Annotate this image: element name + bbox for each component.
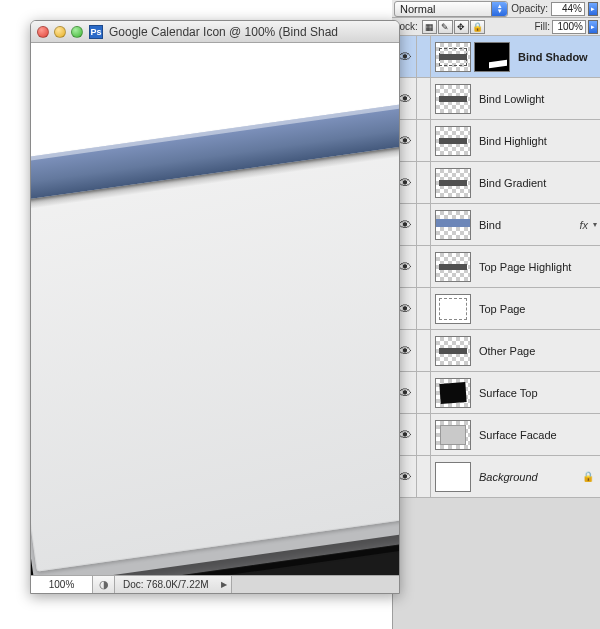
layer-name[interactable]: Bind Lowlight	[471, 93, 600, 105]
lock-icon: 🔒	[582, 471, 600, 482]
link-col	[417, 414, 431, 455]
layer-row[interactable]: 👁 Top Page Highlight	[393, 246, 600, 288]
status-menu-icon[interactable]: ▶	[217, 580, 231, 589]
layer-thumb[interactable]	[435, 210, 471, 240]
link-col	[417, 456, 431, 497]
layers-panel: 👁 Bind Shadow 👁 Bind Lowlight 👁 Bind Hig…	[392, 36, 600, 629]
fx-badge[interactable]: fx	[579, 219, 590, 231]
link-col	[417, 78, 431, 119]
link-col	[417, 120, 431, 161]
layer-name[interactable]: Top Page Highlight	[471, 261, 600, 273]
layer-thumb[interactable]	[435, 252, 471, 282]
link-col	[417, 162, 431, 203]
zoom-field[interactable]: 100%	[31, 576, 93, 593]
layer-thumb[interactable]	[435, 336, 471, 366]
layer-thumb[interactable]	[435, 420, 471, 450]
layer-row[interactable]: 👁 Bind Lowlight	[393, 78, 600, 120]
scroll-track[interactable]	[231, 576, 399, 593]
status-bar: 100% ◑ Doc: 768.0K/7.22M ▶	[31, 575, 399, 593]
lock-fill-bar: Lock: ▦ ✎ ✥ 🔒 Fill: 100% ▸	[392, 18, 600, 36]
layer-name[interactable]: Background	[471, 471, 582, 483]
layer-row[interactable]: 👁 Other Page	[393, 330, 600, 372]
layer-row[interactable]: 👁 Bind Gradient	[393, 162, 600, 204]
fx-expand-icon[interactable]: ▾	[590, 220, 600, 229]
link-col	[417, 288, 431, 329]
fill-input[interactable]: 100%	[552, 20, 586, 34]
layer-name[interactable]: Other Page	[471, 345, 600, 357]
link-col	[417, 36, 431, 77]
opacity-value: 44%	[562, 3, 582, 14]
artwork	[31, 52, 399, 575]
lock-all-button[interactable]: 🔒	[470, 20, 485, 34]
opacity-input[interactable]: 44%	[551, 2, 585, 16]
layer-thumb[interactable]	[435, 294, 471, 324]
lock-position-button[interactable]: ✥	[454, 20, 469, 34]
updown-icon: ▲▼	[491, 2, 507, 16]
layer-name[interactable]: Surface Top	[471, 387, 600, 399]
close-button[interactable]	[37, 26, 49, 38]
minimize-button[interactable]	[54, 26, 66, 38]
layer-name[interactable]: Bind Highlight	[471, 135, 600, 147]
blend-mode-value: Normal	[400, 3, 435, 15]
layer-row[interactable]: 👁 Bind Shadow	[393, 36, 600, 78]
document-window: Ps Google Calendar Icon @ 100% (Bind Sha…	[30, 20, 400, 594]
titlebar[interactable]: Ps Google Calendar Icon @ 100% (Bind Sha…	[31, 21, 399, 43]
link-col	[417, 372, 431, 413]
layer-name[interactable]: Surface Facade	[471, 429, 600, 441]
layer-name[interactable]: Bind Gradient	[471, 177, 600, 189]
zoom-value: 100%	[49, 579, 75, 590]
layer-thumb[interactable]	[435, 126, 471, 156]
layer-name[interactable]: Bind Shadow	[510, 51, 600, 63]
layer-row[interactable]: 👁 Surface Facade	[393, 414, 600, 456]
layer-options-bar: Normal ▲▼ Opacity: 44% ▸	[392, 0, 600, 18]
layer-row[interactable]: 👁 Bind fx ▾	[393, 204, 600, 246]
lock-transparency-button[interactable]: ▦	[422, 20, 437, 34]
status-preview-icon[interactable]: ◑	[93, 576, 115, 593]
lock-pixels-button[interactable]: ✎	[438, 20, 453, 34]
window-title: Google Calendar Icon @ 100% (Bind Shad	[109, 25, 338, 39]
fill-value: 100%	[557, 21, 583, 32]
link-col	[417, 330, 431, 371]
opacity-label: Opacity:	[511, 3, 548, 14]
layer-thumb[interactable]	[435, 462, 471, 492]
zoom-button[interactable]	[71, 26, 83, 38]
canvas[interactable]	[31, 43, 399, 575]
mask-thumb[interactable]	[474, 42, 510, 72]
layer-name[interactable]: Bind	[471, 219, 579, 231]
link-col	[417, 246, 431, 287]
layer-thumb[interactable]	[435, 168, 471, 198]
layer-row[interactable]: 👁 Surface Top	[393, 372, 600, 414]
link-col	[417, 204, 431, 245]
layer-row[interactable]: 👁 Background 🔒	[393, 456, 600, 498]
blend-mode-select[interactable]: Normal ▲▼	[394, 1, 508, 17]
layer-row[interactable]: 👁 Bind Highlight	[393, 120, 600, 162]
layer-name[interactable]: Top Page	[471, 303, 600, 315]
ps-badge-icon: Ps	[89, 25, 103, 39]
layer-thumb[interactable]	[435, 378, 471, 408]
doc-size-label[interactable]: Doc: 768.0K/7.22M	[115, 579, 217, 590]
fill-flyout-icon[interactable]: ▸	[588, 20, 598, 34]
layer-row[interactable]: 👁 Top Page	[393, 288, 600, 330]
layer-thumb[interactable]	[435, 84, 471, 114]
layer-thumb[interactable]	[435, 42, 471, 72]
opacity-flyout-icon[interactable]: ▸	[588, 2, 598, 16]
fill-label: Fill:	[534, 21, 550, 32]
